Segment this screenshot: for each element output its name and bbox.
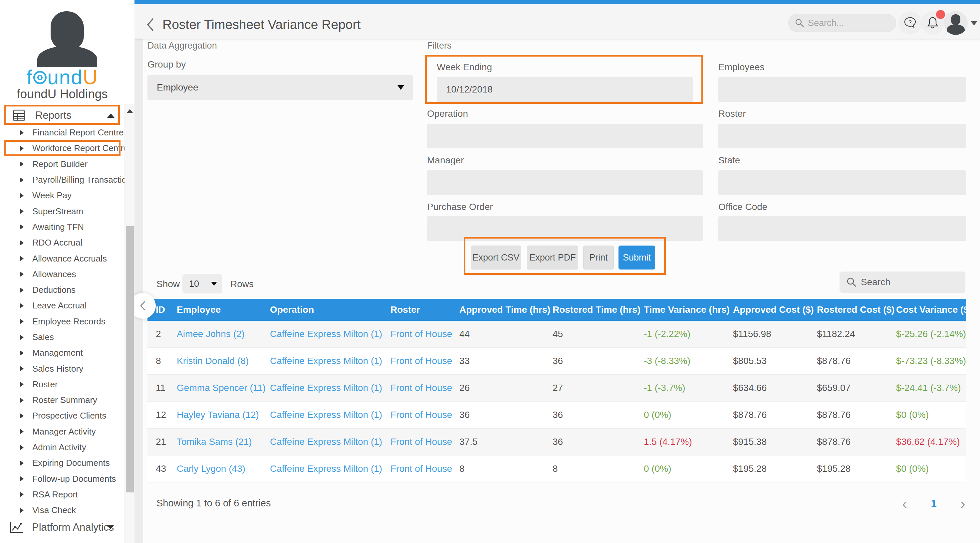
cell-id: 21 bbox=[148, 437, 177, 447]
employee-link[interactable]: Kristin Donald (8) bbox=[177, 356, 270, 366]
roster-link[interactable]: Front of House bbox=[390, 437, 460, 447]
operation-link[interactable]: Caffeine Express Milton (1) bbox=[270, 437, 390, 447]
sidebar-item-sales-history[interactable]: Sales History bbox=[0, 360, 124, 376]
sidebar-item-roster-summary[interactable]: Roster Summary bbox=[0, 392, 124, 408]
employee-link[interactable]: Carly Lygon (43) bbox=[177, 464, 270, 474]
sidebar-item-visa-check[interactable]: Visa Check bbox=[0, 502, 124, 518]
roster-link[interactable]: Front of House bbox=[390, 356, 460, 366]
sidebar-item-label: Platform Analytics bbox=[32, 521, 114, 533]
column-header[interactable]: Roster bbox=[390, 305, 460, 315]
sidebar-item-manager-activity[interactable]: Manager Activity bbox=[0, 424, 124, 440]
week-ending-input[interactable]: 10/12/2018 bbox=[437, 77, 693, 102]
sidebar-item-label: Deductions bbox=[32, 285, 76, 295]
employee-link[interactable]: Gemma Spencer (11) bbox=[177, 383, 270, 393]
roster-link[interactable]: Front of House bbox=[390, 329, 460, 339]
export-pdf-button[interactable]: Export PDF bbox=[527, 246, 578, 270]
report-content: Data Aggregation Group by Employee Filte… bbox=[143, 39, 980, 543]
cell-id: 11 bbox=[148, 383, 177, 393]
sidebar-item-rdo-accrual[interactable]: RDO Accrual bbox=[0, 235, 124, 251]
item-arrow-icon bbox=[20, 335, 24, 340]
sidebar-item-admin-activity[interactable]: Admin Activity bbox=[0, 440, 124, 455]
operation-link[interactable]: Caffeine Express Milton (1) bbox=[270, 410, 390, 420]
sidebar-item-rsa-report[interactable]: RSA Report bbox=[0, 487, 124, 502]
cell-time-variance: 0 (0%) bbox=[644, 464, 733, 474]
filter-label-operation: Operation bbox=[427, 108, 468, 119]
next-page-icon[interactable]: › bbox=[960, 497, 966, 511]
topbar-search-input[interactable] bbox=[808, 18, 888, 28]
operation-link[interactable]: Caffeine Express Milton (1) bbox=[270, 464, 390, 474]
table-search[interactable] bbox=[840, 272, 966, 293]
sidebar-item-week-pay[interactable]: Week Pay bbox=[0, 188, 124, 203]
manager-input[interactable] bbox=[427, 170, 703, 195]
item-arrow-icon bbox=[20, 272, 24, 277]
sidebar-item-workforce-report-centre[interactable]: Workforce Report Centre bbox=[0, 140, 124, 156]
roster-input[interactable] bbox=[718, 124, 966, 148]
sidebar: fundU foundU Holdings Reports Financial … bbox=[0, 0, 135, 543]
sidebar-item-expiring-documents[interactable]: Expiring Documents bbox=[0, 455, 124, 471]
table-search-input[interactable] bbox=[861, 277, 954, 287]
back-icon[interactable] bbox=[145, 15, 156, 34]
sidebar-item-report-builder[interactable]: Report Builder bbox=[0, 156, 124, 172]
sidebar-item-label: Allowances bbox=[32, 269, 76, 279]
sidebar-item-allowance-accruals[interactable]: Allowance Accruals bbox=[0, 251, 124, 266]
state-input[interactable] bbox=[718, 170, 966, 195]
sidebar-item-roster[interactable]: Roster bbox=[0, 376, 124, 392]
operation-link[interactable]: Caffeine Express Milton (1) bbox=[270, 383, 390, 393]
roster-link[interactable]: Front of House bbox=[390, 464, 460, 474]
sidebar-item-awaiting-tfn[interactable]: Awaiting TFN bbox=[0, 219, 124, 235]
sidebar-item-allowances[interactable]: Allowances bbox=[0, 267, 124, 282]
employee-link[interactable]: Tomika Sams (21) bbox=[177, 437, 270, 447]
operation-link[interactable]: Caffeine Express Milton (1) bbox=[270, 329, 390, 339]
roster-link[interactable]: Front of House bbox=[390, 383, 460, 393]
employees-input[interactable] bbox=[718, 77, 966, 102]
prev-page-icon[interactable]: ‹ bbox=[902, 497, 907, 511]
cell-rostered-cost: $878.76 bbox=[817, 356, 896, 366]
sidebar-item-deductions[interactable]: Deductions bbox=[0, 282, 124, 298]
sidebar-item-payroll-billing-transaction[interactable]: Payroll/Billing Transaction bbox=[0, 172, 124, 188]
employee-link[interactable]: Hayley Taviana (12) bbox=[177, 410, 270, 420]
sidebar-item-follow-up-documents[interactable]: Follow-up Documents bbox=[0, 471, 124, 487]
user-avatar[interactable] bbox=[944, 11, 968, 35]
purchase-order-input[interactable] bbox=[427, 216, 703, 241]
column-header[interactable]: Rostered Time (hrs) bbox=[552, 305, 644, 315]
column-header[interactable]: Rostered Cost ($) bbox=[817, 305, 896, 315]
rows-per-page-select[interactable]: 10 bbox=[183, 274, 222, 294]
sidebar-item-superstream[interactable]: SuperStream bbox=[0, 203, 124, 219]
sidebar-item-prospective-clients[interactable]: Prospective Clients bbox=[0, 408, 124, 424]
notifications-button[interactable] bbox=[921, 11, 944, 35]
column-header[interactable]: Time Variance (hrs) bbox=[644, 305, 733, 315]
column-header[interactable]: Approved Time (hrs) bbox=[460, 305, 552, 315]
operation-input[interactable] bbox=[427, 124, 703, 148]
export-csv-button[interactable]: Export CSV bbox=[471, 246, 521, 270]
sidebar-item-financial-report-centre[interactable]: Financial Report Centre bbox=[0, 125, 124, 140]
column-header[interactable]: Employee bbox=[177, 305, 270, 315]
employee-link[interactable]: Aimee Johns (2) bbox=[177, 329, 270, 339]
print-button[interactable]: Print bbox=[583, 246, 614, 270]
sidebar-item-employee-records[interactable]: Employee Records bbox=[0, 314, 124, 329]
topbar-search[interactable] bbox=[788, 14, 896, 32]
group-by-select[interactable]: Employee bbox=[148, 75, 413, 100]
scrollbar-thumb[interactable] bbox=[126, 226, 134, 492]
scroll-up-icon[interactable] bbox=[126, 109, 133, 113]
sidebar-scrollbar[interactable] bbox=[124, 104, 135, 543]
user-menu-caret-icon[interactable] bbox=[971, 21, 977, 25]
submit-button[interactable]: Submit bbox=[619, 246, 655, 270]
sidebar-item-label: SuperStream bbox=[32, 206, 83, 217]
office-code-input[interactable] bbox=[718, 216, 966, 241]
page-title: Roster Timesheet Variance Report bbox=[162, 17, 361, 32]
column-header[interactable]: Approved Cost ($) bbox=[733, 305, 817, 315]
sidebar-item-label: Follow-up Documents bbox=[32, 474, 116, 484]
cell-approved-cost: $634.66 bbox=[733, 383, 817, 393]
current-page-number[interactable]: 1 bbox=[931, 498, 936, 510]
sidebar-item-leave-accrual[interactable]: Leave Accrual bbox=[0, 298, 124, 313]
sidebar-item-management[interactable]: Management bbox=[0, 345, 124, 360]
item-arrow-icon bbox=[20, 319, 24, 324]
sidebar-item-platform-analytics[interactable]: Platform Analytics bbox=[0, 518, 124, 537]
column-header[interactable]: Cost Variance ($) bbox=[896, 305, 966, 315]
sidebar-item-sales[interactable]: Sales bbox=[0, 329, 124, 345]
sidebar-item-reports[interactable]: Reports bbox=[0, 106, 124, 125]
roster-link[interactable]: Front of House bbox=[390, 410, 460, 420]
help-button[interactable]: ? bbox=[899, 11, 922, 35]
operation-link[interactable]: Caffeine Express Milton (1) bbox=[270, 356, 390, 366]
column-header[interactable]: Operation bbox=[270, 305, 390, 315]
